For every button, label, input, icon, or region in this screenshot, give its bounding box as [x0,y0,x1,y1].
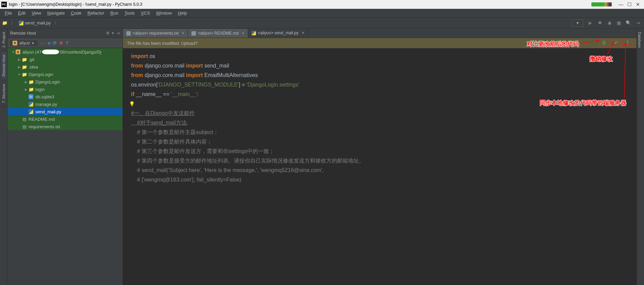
tree-item[interactable]: ▶📁DjangoLogin [7,78,123,86]
upload-button[interactable]: ⤴ [622,39,632,47]
tree-root-label-post: 58/root/testDjango/Dj [60,50,101,55]
menu-help[interactable]: Help [175,10,190,16]
tree-item[interactable]: ▤requirements.txt [7,123,123,130]
tree-item-label: db.sqlite3 [35,94,54,99]
server-icon: S [16,50,20,54]
refresh-button[interactable]: ⟳ [53,40,57,46]
text-file-icon: ▤ [22,117,27,122]
tree-item-label: requirements.txt [29,124,60,129]
redacted-mask [42,50,59,54]
search-button[interactable]: 🔍 [624,19,632,27]
collapse-button[interactable]: ⇥ [634,19,642,27]
python-file-icon [29,102,33,107]
maximize-button[interactable]: ☐ [627,2,632,7]
debug-button[interactable]: ✱ [596,19,604,27]
server-name-label: aliyun [19,41,30,45]
text-file-icon: ▤ [22,124,27,129]
database-icon: ⛁ [29,94,33,99]
tree-item-label: README.md [29,117,55,122]
menu-view[interactable]: View [29,10,44,16]
hide-panel-icon[interactable]: ⇥ [116,31,120,36]
chevron-right-icon: 〉 [11,20,15,26]
left-tool-gutter: 1: ProjectRemote Host7: Structure [0,28,7,285]
tree-item[interactable]: ▤README.md [7,115,123,123]
chevron-down-icon[interactable]: ▾ [112,31,114,36]
tree-item[interactable]: ▼📁DjangoLogin [7,71,123,78]
close-button[interactable]: ✕ [636,2,640,7]
filter-button[interactable]: ≡ [48,40,51,46]
menu-navigate[interactable]: Navigate [44,10,67,16]
notice-text: The file has been modified. Upload? [127,41,198,46]
tree-item[interactable]: send_mail.py [7,108,123,115]
menubar: FileEditViewNavigateCodeRefactorRunTools… [0,9,644,18]
text-file-icon [191,31,196,36]
right-tool-gutter: Database [637,28,644,285]
breadcrumb-file[interactable]: send_mail.py [17,20,53,26]
titlebar: PC login - [C:\Users\wengmq\Desktop\logi… [0,0,644,9]
tool-tab----project[interactable]: 1: Project [1,28,6,51]
project-folder-icon[interactable]: 📁 [2,20,7,25]
close-tab-icon[interactable]: × [182,31,184,36]
menu-window[interactable]: Window [153,10,174,16]
profile-button[interactable]: ▦ [615,19,623,27]
text-file-icon [126,31,131,36]
upload-notice-bar: The file has been modified. Upload? ⎘ ↶ … [123,38,637,48]
editor-tabs: <aliyun> requirements.txt×<aliyun> READM… [123,28,637,38]
tool-tab-database[interactable]: Database [637,28,642,51]
minimize-button[interactable]: — [619,2,623,7]
tree-root-label-pre: aliyun (47 [22,50,41,55]
menu-tools[interactable]: Tools [122,10,137,16]
folder-icon: 📁 [29,87,34,92]
tree-root[interactable]: ▼ S aliyun (47 58/root/testDjango/Dj [7,48,123,56]
tree-item-label: manage.py [35,102,57,107]
settings-icon[interactable]: ✻ [106,31,110,36]
revert-button[interactable]: ↶ [611,39,621,47]
tree-item[interactable]: ⛁db.sqlite3 [7,93,123,100]
server-icon: S [13,41,17,45]
more-button[interactable]: ⋯ [40,40,45,46]
chevron-down-icon: ▾ [32,41,34,45]
editor-tab[interactable]: <aliyun> requirements.txt× [123,29,188,38]
tab-label: <aliyun> README.md [198,31,239,36]
tree-item[interactable]: ▶📁.idea [7,63,123,71]
run-button[interactable]: ▶ [586,19,594,27]
server-selector-row: S aliyun ▾ ⋯ ≡ ⟳ ✕ ? [7,38,123,48]
menu-code[interactable]: Code [68,10,84,16]
close-tab-icon[interactable]: × [242,31,244,36]
tab-label: <aliyun> requirements.txt [133,31,179,36]
navigation-bar: 📁 〉 send_mail.py 〉 ▾ ▶ ✱ ◉ ▦ 🔍 ⇥ [0,18,644,28]
menu-file[interactable]: File [2,10,15,16]
tool-tab-remote-host[interactable]: Remote Host [1,51,6,80]
window-title: login - [C:\Users\wengmq\Desktop\login] … [9,2,591,7]
tree-item-label: send_mail.py [35,109,61,114]
python-file-icon [29,109,33,114]
menu-vcs[interactable]: VCS [138,10,153,16]
editor-tab[interactable]: <aliyun> README.md× [188,29,248,38]
close-tab-icon[interactable]: × [302,31,304,35]
editor-tab[interactable]: <aliyun> send_mail.py× [248,29,308,38]
folder-icon: 📁 [22,64,27,70]
app-icon: PC [1,2,7,7]
menu-edit[interactable]: Edit [15,10,28,16]
python-file-icon [19,21,23,25]
disconnect-button[interactable]: ✕ [59,40,63,46]
tree-item[interactable]: ▶📁.git [7,56,123,63]
tree-item[interactable]: manage.py [7,100,123,108]
folder-icon: 📁 [22,72,27,77]
diff-button[interactable]: ⎘ [599,39,609,47]
menu-run[interactable]: Run [108,10,121,16]
server-dropdown[interactable]: S aliyun ▾ [10,40,38,46]
tab-label: <aliyun> send_mail.py [258,31,298,35]
tool-tab----structure[interactable]: 7: Structure [1,80,6,107]
tree-item-label: .idea [29,64,38,70]
tree-item-label: login [35,87,44,92]
panel-title: Remote Host [10,31,104,36]
python-file-icon [252,31,256,35]
tree-item-label: DjangoLogin [35,79,60,84]
run-config-dropdown[interactable]: ▾ [571,19,584,27]
tree-item[interactable]: ▶📁login [7,86,123,93]
coverage-button[interactable]: ◉ [605,19,613,27]
code-editor[interactable]: import osfrom django.core.mail import se… [123,48,637,285]
help-button[interactable]: ? [66,40,68,46]
menu-refactor[interactable]: Refactor [85,10,107,16]
